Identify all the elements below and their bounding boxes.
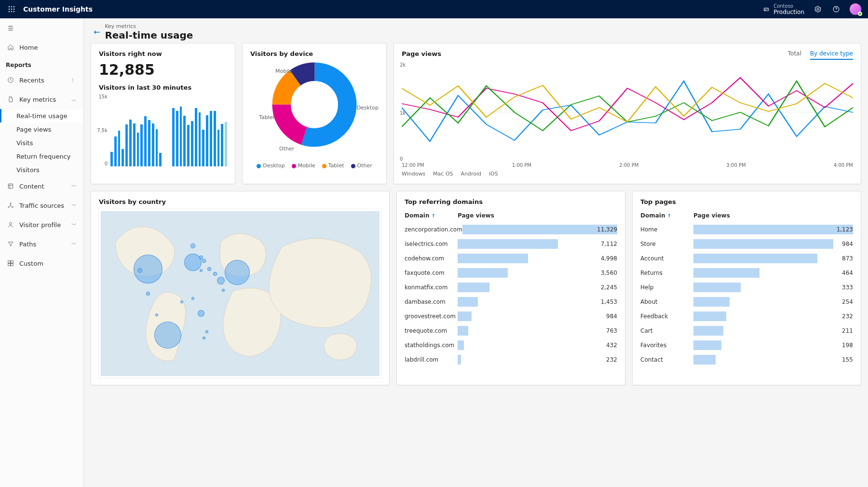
line-legend: WindowsMac OSAndroidiOS bbox=[402, 171, 853, 177]
funnel-icon bbox=[7, 241, 14, 247]
clock-icon bbox=[7, 77, 14, 83]
sidebar-item-label: Content bbox=[19, 183, 44, 190]
svg-rect-23 bbox=[11, 264, 14, 266]
list-item[interactable]: dambase.com1,453 bbox=[405, 295, 617, 309]
help-icon[interactable] bbox=[831, 4, 841, 14]
list-item[interactable]: Store984 bbox=[640, 237, 853, 251]
list-item[interactable]: About254 bbox=[640, 295, 853, 309]
sidebar-item-traffic-sources[interactable]: Traffic sources ﹀ bbox=[0, 196, 83, 215]
list-item[interactable]: statholdings.com432 bbox=[405, 338, 617, 352]
sidebar-item-label: Visits bbox=[16, 139, 33, 147]
list-item[interactable]: Returns464 bbox=[640, 266, 853, 280]
settings-icon[interactable] bbox=[813, 4, 823, 14]
page-title: Real-time usage bbox=[105, 29, 193, 41]
card-visitors-by-device: Visitors by device Mobile Desktop Tablet… bbox=[242, 43, 387, 184]
content-icon bbox=[7, 183, 14, 189]
referring-list: zencorporation.com11,329iselectrics.com7… bbox=[405, 222, 617, 367]
svg-point-17 bbox=[8, 206, 9, 207]
card-title: Visitors right now bbox=[99, 50, 227, 57]
card-top-referring-domains: Top referring domains Domain↑ Page views… bbox=[396, 191, 625, 385]
svg-point-2 bbox=[14, 6, 15, 8]
list-item[interactable]: Account873 bbox=[640, 251, 853, 266]
sidebar-section-reports: Reports bbox=[0, 57, 83, 70]
sidebar-item-home[interactable]: Home bbox=[0, 38, 83, 57]
list-item[interactable]: Cart211 bbox=[640, 324, 853, 338]
sidebar-item-visitor-profile[interactable]: Visitor profile ﹀ bbox=[0, 215, 83, 234]
svg-point-16 bbox=[10, 203, 11, 204]
card-visitors-now: Visitors right now 12,885 Visitors in la… bbox=[91, 43, 235, 184]
sidebar-item-content[interactable]: Content ﹀ bbox=[0, 176, 83, 196]
tenant-name: Contoso bbox=[773, 4, 804, 9]
card-visitors-by-country: Visitors by country bbox=[91, 191, 390, 385]
svg-rect-10 bbox=[765, 10, 766, 11]
line-chart: 2k 1k 0 bbox=[402, 64, 853, 161]
svg-point-1 bbox=[11, 6, 13, 8]
svg-point-4 bbox=[11, 9, 13, 10]
card-title: Visitors by country bbox=[99, 198, 381, 205]
environment-picker[interactable]: Contoso Production bbox=[763, 4, 804, 15]
sort-ascending-icon[interactable]: ↑ bbox=[667, 213, 671, 218]
list-item[interactable]: Home1,123 bbox=[640, 222, 853, 237]
sidebar-item-realtime-usage[interactable]: Real-time usage bbox=[0, 109, 83, 122]
card-top-pages: Top pages Domain↑ Page views Home1,123St… bbox=[632, 191, 861, 385]
tab-total[interactable]: Total bbox=[788, 50, 801, 60]
list-item[interactable]: iselectrics.com7,112 bbox=[405, 237, 617, 251]
svg-point-11 bbox=[817, 8, 819, 10]
user-avatar[interactable] bbox=[850, 3, 861, 15]
sidebar-item-label: Custom bbox=[19, 260, 43, 267]
sidebar-item-label: Key metrics bbox=[19, 96, 56, 103]
sidebar-item-recents[interactable]: Recents 〉 bbox=[0, 70, 83, 90]
app-title: Customer Insights bbox=[23, 5, 93, 13]
sidebar-item-page-views[interactable]: Page views bbox=[0, 122, 83, 136]
card-title: Top referring domains bbox=[405, 198, 617, 205]
donut-chart bbox=[271, 61, 358, 148]
list-item[interactable]: groovestreet.com984 bbox=[405, 309, 617, 324]
environment-name: Production bbox=[773, 9, 804, 15]
back-button[interactable]: ← bbox=[94, 27, 100, 37]
list-item[interactable]: zencorporation.com11,329 bbox=[405, 222, 617, 237]
sidebar-item-visits[interactable]: Visits bbox=[0, 136, 83, 149]
y-axis-ticks: 15k 7.5k 0 bbox=[96, 94, 108, 166]
breadcrumb: ← Key metrics Real-time usage bbox=[84, 18, 868, 43]
card-subtitle: Visitors in last 30 minutes bbox=[99, 84, 227, 91]
list-item[interactable]: codehow.com4,998 bbox=[405, 251, 617, 266]
sidebar-item-paths[interactable]: Paths ﹀ bbox=[0, 234, 83, 254]
list-item[interactable]: Contact155 bbox=[640, 352, 853, 367]
list-item[interactable]: konmatfix.com2,245 bbox=[405, 280, 617, 295]
app-launcher-icon[interactable] bbox=[7, 4, 16, 14]
sidebar-item-custom[interactable]: Custom bbox=[0, 254, 83, 273]
hamburger-icon: ☰ bbox=[7, 25, 14, 32]
sidebar-item-key-metrics[interactable]: Key metrics ︿ bbox=[0, 90, 83, 109]
chevron-up-icon: ︿ bbox=[71, 96, 77, 103]
svg-rect-21 bbox=[11, 261, 14, 263]
sidebar-item-label: Paths bbox=[19, 241, 36, 248]
chevron-down-icon: ﹀ bbox=[71, 202, 77, 209]
x-axis-labels: 12:00 PM1:00 PM2:00 PM3:00 PM4:00 PM bbox=[402, 162, 853, 168]
sidebar-item-return-frequency[interactable]: Return frequency bbox=[0, 149, 83, 163]
svg-point-6 bbox=[9, 11, 10, 13]
world-map[interactable] bbox=[99, 209, 381, 378]
svg-point-19 bbox=[10, 222, 12, 225]
svg-point-0 bbox=[9, 6, 10, 8]
bar-chart-30min bbox=[110, 94, 227, 166]
list-item[interactable]: Help333 bbox=[640, 280, 853, 295]
sidebar-item-label: Visitors bbox=[16, 166, 40, 174]
sidebar-item-label: Recents bbox=[19, 77, 44, 84]
svg-point-3 bbox=[9, 9, 10, 10]
list-item[interactable]: Favorites198 bbox=[640, 338, 853, 352]
sort-ascending-icon[interactable]: ↑ bbox=[431, 213, 435, 218]
sidebar-item-visitors[interactable]: Visitors bbox=[0, 163, 83, 176]
card-title: Page views bbox=[402, 50, 441, 57]
list-item[interactable]: faxquote.com3,560 bbox=[405, 266, 617, 280]
sidebar-item-label: Home bbox=[19, 44, 38, 51]
sidebar-collapse-button[interactable]: ☰ bbox=[0, 18, 83, 38]
donut-legend: DesktopMobileTabletOther bbox=[250, 162, 379, 169]
list-item[interactable]: labdrill.com232 bbox=[405, 352, 617, 367]
sidebar-item-label: Visitor profile bbox=[19, 221, 61, 229]
tab-by-device-type[interactable]: By device type bbox=[810, 50, 853, 60]
layout-icon bbox=[7, 260, 14, 267]
list-item[interactable]: Feedback232 bbox=[640, 309, 853, 324]
chevron-right-icon: 〉 bbox=[71, 77, 77, 84]
list-item[interactable]: treequote.com763 bbox=[405, 324, 617, 338]
chevron-down-icon: ﹀ bbox=[71, 183, 77, 190]
